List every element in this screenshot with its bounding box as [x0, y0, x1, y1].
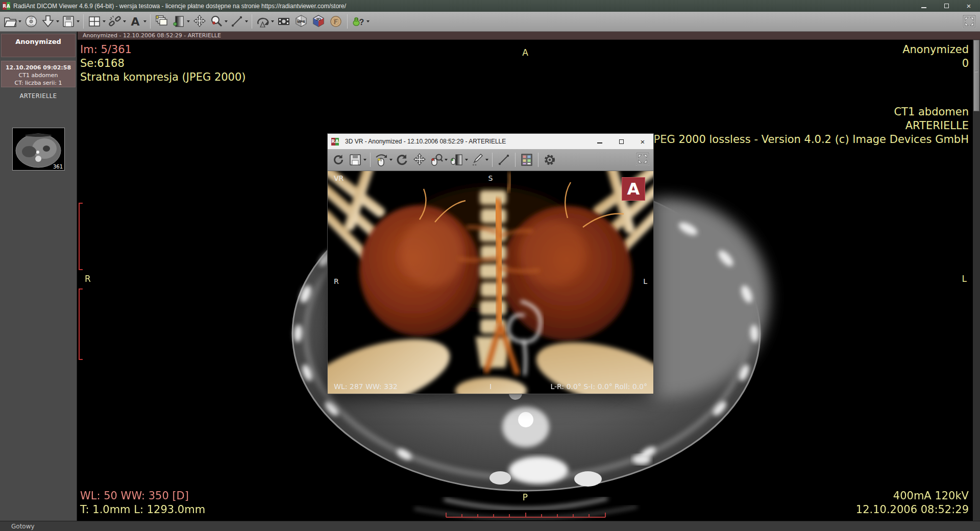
toolbar-separator [83, 14, 84, 29]
color-presets-icon [520, 153, 534, 167]
svg-text:?: ? [359, 18, 364, 27]
scalpel-icon [470, 153, 484, 167]
cd-dvd-icon: CDDVD [24, 14, 38, 29]
vr-window-level-button[interactable] [449, 152, 469, 168]
chevron-down-icon [366, 20, 370, 22]
3d-cube-icon: 3D [311, 14, 326, 29]
fusion-button[interactable]: F [327, 13, 345, 30]
toolbar-separator [347, 14, 348, 29]
vr-presets-button[interactable] [518, 152, 535, 168]
vr-cut-button[interactable] [469, 152, 489, 168]
rotate-arrow-icon [395, 153, 409, 167]
save-button[interactable] [60, 13, 81, 30]
sync-link-button[interactable] [107, 13, 127, 30]
maximize-icon [619, 139, 624, 144]
vr-close-button[interactable]: × [632, 134, 653, 149]
fusion-icon: F [329, 14, 343, 29]
window-controls: × [913, 0, 980, 12]
vr-minimize-button[interactable] [589, 134, 610, 149]
browse-series-button[interactable] [153, 13, 170, 30]
svg-text:A: A [131, 15, 139, 28]
vr-reset-button[interactable] [330, 152, 347, 168]
vr-rotate-3d-button[interactable] [373, 152, 394, 168]
chevron-down-icon [123, 20, 126, 22]
link-icon [108, 14, 122, 29]
vr-settings-button[interactable] [541, 152, 558, 168]
chevron-down-icon [143, 20, 146, 22]
chevron-down-icon [187, 20, 190, 22]
vr-zoom-button[interactable] [428, 152, 449, 168]
help-button[interactable]: ? [350, 13, 371, 30]
minimize-button[interactable] [913, 0, 935, 12]
chevron-down-icon [18, 20, 21, 22]
rotate-icon [256, 14, 270, 29]
vr-save-button[interactable] [347, 152, 368, 168]
series-sidebar: Anonymized 12.10.2006 09:02:58 CT1 abdom… [0, 32, 77, 521]
reset-view-icon [331, 153, 346, 167]
zoom-button[interactable] [208, 13, 229, 30]
folder-open-icon [3, 14, 17, 29]
active-series-tab[interactable]: Anonymized - 12.10.2006 08:52:29 - ARTER… [78, 32, 226, 39]
chevron-down-icon [465, 159, 468, 161]
movie-export-icon [277, 14, 291, 29]
status-text: Gotowy [11, 523, 35, 530]
export-movie-button[interactable] [275, 13, 292, 30]
3d-vr-button[interactable]: 3D [310, 13, 327, 30]
vr-app-logo-icon: RA [331, 138, 339, 146]
chevron-down-icon [56, 20, 59, 22]
fullscreen-button[interactable] [961, 13, 978, 30]
chevron-down-icon [363, 159, 366, 161]
vr-fullscreen-button[interactable] [634, 151, 651, 167]
series-count: CT: liczba serii: 1 [2, 79, 75, 87]
open-button[interactable] [2, 13, 22, 30]
annotations-icon: A [128, 14, 142, 29]
pan-button[interactable] [191, 13, 208, 30]
vr-measure-button[interactable] [495, 152, 512, 168]
close-button[interactable]: × [958, 0, 980, 12]
vr-viewport[interactable]: VR S A R L WL: 287 WW: 332 I L-R: 0.0° S… [328, 171, 653, 394]
open-cd-button[interactable]: CDDVD [22, 13, 40, 30]
vr-brand-logo: A [622, 177, 645, 201]
gear-icon [543, 153, 557, 167]
vr-maximize-button[interactable] [610, 134, 632, 149]
chevron-down-icon [245, 20, 248, 22]
scrollbar-thumb[interactable] [973, 40, 979, 111]
vr-toolbar [328, 149, 653, 171]
minimize-icon [597, 142, 602, 143]
series-tab-bar: Anonymized - 12.10.2006 08:52:29 - ARTER… [78, 32, 980, 40]
rotate-button[interactable] [255, 13, 275, 30]
vr-title-bar[interactable]: RA 3D VR - Anonymized - 12.10.2006 08:52… [328, 134, 653, 149]
vr-window[interactable]: RA 3D VR - Anonymized - 12.10.2006 08:52… [327, 133, 654, 394]
layout-grid-icon [87, 14, 102, 29]
title-bar[interactable]: RA RadiAnt DICOM Viewer 4.6.9 (64-bit) -… [0, 0, 980, 12]
maximize-icon [944, 4, 949, 8]
window-title: RadiAnt DICOM Viewer 4.6.9 (64-bit) - we… [13, 3, 346, 10]
mouse-window-level-icon [450, 153, 464, 167]
vr-rotate-button[interactable] [394, 152, 411, 168]
window-level-button[interactable] [170, 13, 191, 30]
magnifier-icon [209, 14, 224, 29]
thumbnail-image-count: 361 [53, 164, 63, 170]
svg-text:3D: 3D [316, 17, 321, 21]
patient-panel[interactable]: Anonymized [1, 34, 76, 57]
toolbar-separator [150, 14, 151, 29]
study-panel[interactable]: 12.10.2006 09:02:58 CT1 abdomen CT: licz… [1, 61, 76, 87]
annotations-button[interactable]: A [127, 13, 148, 30]
series-thumbnail[interactable]: 361 [12, 128, 65, 171]
save-icon [61, 14, 76, 29]
layout-button[interactable] [86, 13, 107, 30]
measure-line-icon [497, 153, 511, 167]
main-toolbar: CDDVD A [0, 12, 980, 32]
mpr-button[interactable]: MPR [292, 13, 310, 30]
vr-pan-button[interactable] [411, 152, 428, 168]
scrollbar-grip [975, 71, 978, 72]
series-scrollbar[interactable] [973, 40, 980, 521]
toolbar-separator [538, 153, 538, 167]
download-arrow-icon [41, 14, 55, 29]
download-button[interactable] [40, 13, 60, 30]
maximize-button[interactable] [935, 0, 958, 12]
window-level-icon [172, 14, 186, 29]
vr-window-title: 3D VR - Anonymized - 12.10.2006 08:52:29… [345, 138, 506, 145]
fullscreen-icon [962, 14, 977, 29]
measure-button[interactable] [229, 13, 249, 30]
